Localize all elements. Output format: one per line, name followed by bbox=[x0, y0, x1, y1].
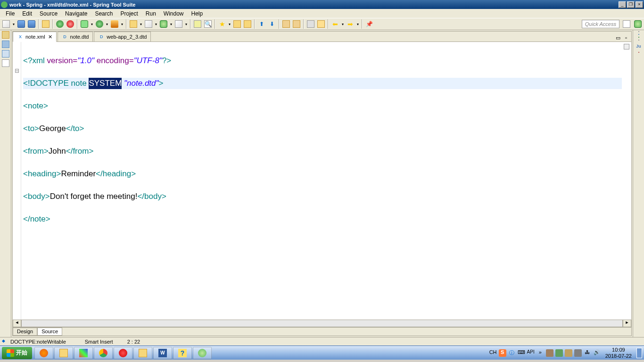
breadcrumb-text[interactable]: DOCTYPE:note bbox=[10, 339, 47, 345]
menu-source[interactable]: Source bbox=[36, 9, 61, 18]
outline-icon[interactable] bbox=[2, 50, 9, 58]
run-dropdown[interactable]: ▾ bbox=[105, 22, 109, 26]
scroll-left-button[interactable]: ◄ bbox=[13, 320, 21, 327]
new-package-dropdown[interactable]: ▾ bbox=[139, 22, 143, 26]
tray-icon-4[interactable] bbox=[574, 349, 582, 357]
spring-explorer-icon[interactable] bbox=[638, 37, 639, 38]
next-annotation-button[interactable] bbox=[291, 19, 302, 29]
new-server-button[interactable] bbox=[173, 19, 184, 29]
save-button[interactable] bbox=[16, 19, 26, 29]
tray-icon-1[interactable] bbox=[546, 349, 553, 357]
open-resource-button[interactable] bbox=[41, 19, 51, 29]
open-type-button[interactable] bbox=[192, 19, 203, 29]
back-button[interactable]: ⬅ bbox=[330, 19, 340, 29]
next-edit-button[interactable]: ⬇ bbox=[267, 19, 277, 29]
outline-view-icon[interactable] bbox=[638, 34, 639, 35]
menu-window[interactable]: Window bbox=[160, 9, 188, 18]
menu-search[interactable]: Search bbox=[91, 9, 116, 18]
source-tab[interactable]: Source bbox=[37, 328, 62, 336]
new-class-button[interactable] bbox=[143, 19, 154, 29]
search-button[interactable]: 🔍 bbox=[203, 19, 213, 29]
stop-button[interactable] bbox=[65, 19, 75, 29]
tray-icon-3[interactable] bbox=[565, 349, 572, 357]
close-button[interactable]: × bbox=[636, 1, 643, 8]
volume-icon[interactable]: 🔊 bbox=[593, 349, 601, 357]
menu-navigate[interactable]: Navigate bbox=[61, 9, 91, 18]
star-dropdown[interactable]: ▾ bbox=[227, 22, 232, 26]
taskbar-folder[interactable] bbox=[133, 347, 152, 359]
new-server-dropdown[interactable]: ▾ bbox=[184, 22, 189, 26]
horizontal-scrollbar[interactable]: ◄ ► bbox=[13, 320, 631, 327]
scroll-right-button[interactable]: ► bbox=[623, 320, 631, 327]
maximize-editor-icon[interactable]: ▭ bbox=[615, 35, 621, 41]
sogou-icon[interactable]: S bbox=[499, 349, 506, 357]
taskbar-app1[interactable] bbox=[114, 347, 132, 359]
tab-webapp-dtd[interactable]: D web-app_2_3.dtd bbox=[94, 32, 151, 41]
start-button[interactable]: 开始 bbox=[2, 347, 32, 359]
tab-close-icon[interactable]: ✕ bbox=[48, 34, 52, 40]
info-icon[interactable]: ⓘ bbox=[508, 349, 516, 357]
prev-annotation-button[interactable] bbox=[281, 19, 291, 29]
junit-icon[interactable]: Ju bbox=[636, 42, 641, 50]
open-resource2-button[interactable] bbox=[242, 19, 253, 29]
new-dropdown[interactable]: ▾ bbox=[11, 22, 16, 26]
hierarchy-icon[interactable] bbox=[2, 59, 9, 67]
open-perspective-button[interactable] bbox=[621, 19, 632, 29]
prev-edit-button[interactable]: ⬆ bbox=[256, 19, 267, 29]
taskbar-firefox[interactable] bbox=[34, 347, 53, 359]
spring-perspective-button[interactable] bbox=[633, 19, 643, 29]
quick-access-input[interactable]: Quick Access bbox=[582, 20, 619, 28]
taskbar-word[interactable]: W bbox=[153, 347, 172, 359]
minimize-button[interactable]: _ bbox=[619, 1, 626, 8]
show-desktop-button[interactable] bbox=[636, 348, 642, 358]
servers-icon[interactable] bbox=[2, 41, 9, 48]
task-list-icon[interactable] bbox=[638, 31, 639, 32]
menu-project[interactable]: Project bbox=[116, 9, 141, 18]
forward-dropdown[interactable]: ▾ bbox=[355, 22, 360, 26]
new-package-button[interactable] bbox=[128, 19, 139, 29]
debug-dropdown[interactable]: ▾ bbox=[90, 22, 94, 26]
api-indicator[interactable]: API bbox=[527, 349, 535, 357]
mark-occurrences-button[interactable] bbox=[316, 19, 326, 29]
open-task-button[interactable] bbox=[232, 19, 242, 29]
clock[interactable]: 10:09 2018-07-22 bbox=[603, 347, 635, 359]
new-spring-dropdown[interactable]: ▾ bbox=[169, 22, 173, 26]
taskbar-chrome[interactable] bbox=[94, 347, 113, 359]
scroll-track[interactable] bbox=[21, 320, 623, 327]
tab-note-dtd[interactable]: D note.dtd bbox=[58, 32, 93, 41]
properties-icon[interactable] bbox=[638, 40, 639, 41]
tray-icon-2[interactable] bbox=[555, 349, 563, 357]
taskbar-help[interactable]: ? bbox=[173, 347, 192, 359]
menu-help[interactable]: Help bbox=[188, 9, 207, 18]
network-icon[interactable]: 🖧 bbox=[584, 349, 591, 357]
code-area[interactable]: <?xml version="1.0" encoding="UTF-8"?> <… bbox=[21, 42, 631, 320]
forward-button[interactable]: ➡ bbox=[345, 19, 355, 29]
new-button[interactable] bbox=[1, 19, 11, 29]
tab-note-xml[interactable]: X note.xml ✕ bbox=[13, 32, 57, 42]
relaunch-button[interactable] bbox=[55, 19, 65, 29]
pin-button[interactable]: 📌 bbox=[364, 19, 374, 29]
expand-tray-icon[interactable]: » bbox=[537, 349, 544, 357]
language-indicator[interactable]: CH bbox=[489, 349, 497, 357]
menu-file[interactable]: File bbox=[2, 9, 18, 18]
save-all-button[interactable] bbox=[26, 19, 37, 29]
new-spring-button[interactable] bbox=[158, 19, 169, 29]
design-tab[interactable]: Design bbox=[13, 328, 37, 336]
menu-edit[interactable]: Edit bbox=[18, 9, 36, 18]
run-button[interactable] bbox=[94, 19, 105, 29]
new-class-dropdown[interactable]: ▾ bbox=[154, 22, 158, 26]
taskbar-spring[interactable] bbox=[193, 347, 212, 359]
toggle-breadcrumb-button[interactable] bbox=[305, 19, 316, 29]
minimize-editor-icon[interactable]: ▫ bbox=[623, 35, 629, 41]
progress-icon[interactable] bbox=[638, 52, 639, 53]
debug-button[interactable] bbox=[79, 19, 90, 29]
keyboard-icon[interactable]: ⌨ bbox=[518, 349, 525, 357]
fold-toggle[interactable]: ⊟ bbox=[13, 67, 21, 79]
back-dropdown[interactable]: ▾ bbox=[340, 22, 345, 26]
taskbar-paint[interactable] bbox=[74, 347, 93, 359]
restore-button[interactable]: ❐ bbox=[627, 1, 635, 8]
taskbar-explorer[interactable] bbox=[54, 347, 73, 359]
menu-run[interactable]: Run bbox=[142, 9, 160, 18]
star-button[interactable]: ★ bbox=[217, 19, 227, 29]
ext-tools-dropdown[interactable]: ▾ bbox=[120, 22, 124, 26]
